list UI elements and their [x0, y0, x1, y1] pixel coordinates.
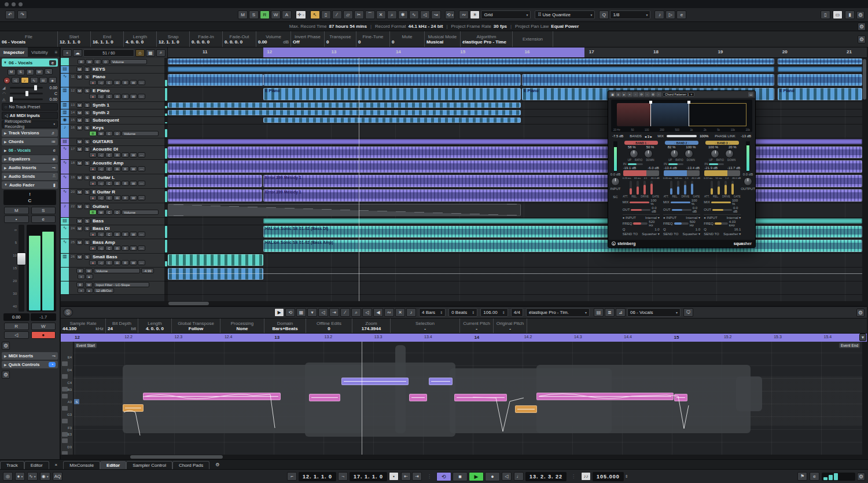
- monitor-icon[interactable]: ◁: [97, 94, 105, 99]
- goto-right-locator-icon[interactable]: ¬: [338, 472, 348, 481]
- track-mute-button[interactable]: M: [76, 189, 83, 195]
- toolbar-right-icon-1[interactable]: ▷: [665, 10, 675, 19]
- monitor-icon[interactable]: ◁: [97, 166, 105, 171]
- track-lane[interactable]: [168, 218, 862, 225]
- editor-info-offline-edits[interactable]: Offline Edits0: [306, 319, 352, 333]
- auto-quantize-button[interactable]: AQ: [53, 472, 63, 481]
- inspector-section-track-versions[interactable]: ▶Track Versions♬: [2, 129, 58, 137]
- freeze-icon[interactable]: ⊟: [113, 94, 121, 99]
- listen-button[interactable]: •: [4, 215, 29, 223]
- spectrum-display[interactable]: 20 Hz501002005001k2k5k10k20k: [611, 100, 752, 132]
- mini-fader[interactable]: [691, 181, 693, 195]
- track-mute-button[interactable]: M: [76, 160, 83, 166]
- sc-freq-slider[interactable]: [633, 222, 648, 225]
- lower-zone-toggle[interactable]: ▭: [833, 10, 843, 19]
- autoscroll-icon[interactable]: ⇥: [329, 308, 339, 317]
- track-lane[interactable]: [168, 58, 862, 66]
- threshold-slider[interactable]: [704, 170, 740, 176]
- vertical-scrollbar-thumb[interactable]: [863, 59, 866, 100]
- mini-fader[interactable]: [643, 181, 646, 195]
- more-icon[interactable]: ⋯: [138, 232, 145, 237]
- solo-editor-button[interactable]: Ⓢ: [63, 308, 73, 317]
- track-row-acoustic-di[interactable]: ∿17MSAcoustic DI●◁C⊟RW⋯: [61, 146, 164, 160]
- editor-mode-arrow-icon[interactable]: ▾: [307, 308, 317, 317]
- threshold-slider[interactable]: [664, 170, 700, 176]
- freeze-icon[interactable]: ⊟: [113, 246, 121, 251]
- more-icon[interactable]: ⋯: [138, 152, 145, 158]
- mini-fader[interactable]: [684, 181, 686, 195]
- toolbar-setup-gear-icon[interactable]: ⚙: [856, 11, 865, 19]
- automation-parameter-pill[interactable]: Volume: [122, 131, 159, 136]
- up-knob[interactable]: [711, 149, 719, 158]
- open-icon[interactable]: O: [113, 210, 121, 215]
- read-icon[interactable]: R: [122, 181, 129, 186]
- draw-icon[interactable]: ∕: [340, 308, 350, 317]
- more-icon[interactable]: ⋯: [138, 80, 145, 85]
- tab-sampler-control[interactable]: Sampler Control: [126, 461, 172, 470]
- clip[interactable]: [168, 147, 862, 158]
- track-solo-button[interactable]: S: [84, 88, 90, 93]
- read-icon[interactable]: R: [76, 268, 84, 273]
- tab-chord-pads[interactable]: Chord Pads: [172, 461, 209, 470]
- editor-track-select[interactable]: 06 - Vocals▾: [627, 308, 681, 317]
- mini-fader[interactable]: [650, 181, 653, 195]
- freeze-icon[interactable]: ⊟: [113, 181, 121, 186]
- tab-mixconsole[interactable]: MixConsole: [63, 461, 100, 470]
- track-mute-button[interactable]: M: [76, 110, 83, 115]
- track-solo-button[interactable]: S: [84, 74, 90, 79]
- track-mute-button[interactable]: M: [76, 226, 83, 231]
- global-s-button[interactable]: S: [249, 10, 259, 19]
- plugin-titlebar-icon-8[interactable]: ◦: [656, 92, 661, 97]
- automation-parameter-pill[interactable]: Volume: [94, 268, 140, 273]
- inspector-∿-button[interactable]: ∿: [45, 68, 53, 75]
- inspector-section-audio-fader[interactable]: ▼Audio Fader▮: [2, 181, 58, 189]
- channel-icon[interactable]: C: [105, 152, 113, 158]
- more-icon[interactable]: ⋯: [138, 195, 145, 200]
- editor-info-length[interactable]: Length4. 0. 0. 0: [138, 319, 172, 333]
- clip[interactable]: [168, 282, 862, 293]
- goto-left-locator-icon[interactable]: ⌐: [287, 472, 297, 481]
- glue-tool[interactable]: ⌒: [365, 10, 375, 19]
- info-cell-fine-tune[interactable]: Fine-Tune0: [356, 31, 390, 47]
- track-solo-button[interactable]: S: [84, 254, 90, 259]
- comp-tool[interactable]: ✱: [398, 10, 408, 19]
- audition-play-icon[interactable]: ▶: [274, 308, 284, 317]
- inspector-track-header[interactable]: ▼ 06 - Vocals e: [2, 58, 58, 67]
- track-solo-button[interactable]: S: [84, 160, 90, 166]
- freeze-icon[interactable]: ⊟: [113, 166, 121, 171]
- mute-button[interactable]: M: [4, 207, 29, 214]
- snap-type-icon[interactable]: ✳: [470, 10, 480, 19]
- monitor-icon[interactable]: ◁: [12, 77, 20, 83]
- inspector-r-button[interactable]: R: [26, 69, 34, 75]
- info-cell-extension[interactable]: Extension: [513, 31, 553, 47]
- automation-parameter-pill[interactable]: Volume: [122, 210, 159, 215]
- clip[interactable]: [168, 103, 521, 108]
- inspector-setup-gear-icon[interactable]: ⚙: [2, 342, 10, 350]
- monitor-icon[interactable]: ◁: [97, 152, 105, 158]
- mix-slider[interactable]: [711, 202, 731, 203]
- write-icon[interactable]: W: [85, 268, 93, 273]
- read-icon[interactable]: R: [122, 166, 129, 171]
- mix-slider[interactable]: [667, 135, 697, 137]
- inspector-section-06-vocals[interactable]: ▶06 - Vocalse: [2, 147, 58, 154]
- plugin-titlebar-icon-5[interactable]: ⟳: [639, 92, 644, 97]
- mini-fader[interactable]: [711, 181, 713, 195]
- quantize-preset-select[interactable]: 1/8▾: [610, 10, 650, 19]
- more-icon[interactable]: ⋯: [138, 94, 145, 99]
- down-knob[interactable]: [644, 149, 653, 158]
- output-knob[interactable]: [744, 177, 752, 186]
- band-header[interactable]: ◦BAND 3◦: [705, 141, 739, 145]
- play-button[interactable]: ▶: [469, 472, 484, 481]
- record-enable-icon[interactable]: ●: [89, 232, 97, 237]
- threshold-slider[interactable]: [623, 170, 659, 176]
- record-enable-icon[interactable]: ●: [3, 77, 10, 84]
- left-locator[interactable]: 12. 1. 1. 0: [299, 472, 336, 481]
- track-mute-button[interactable]: M: [76, 204, 83, 209]
- crossover1-handle[interactable]: [649, 101, 652, 104]
- editor-info-bit-depth[interactable]: Bit Depth24bit: [106, 319, 138, 333]
- record-enable-icon[interactable]: ●: [89, 166, 97, 171]
- zoom-icon[interactable]: ⌕: [351, 308, 361, 317]
- track-lane[interactable]: HALion Sonic SE 01-02 (Bass Amp): [168, 239, 862, 254]
- cycle-button[interactable]: ⟲: [436, 472, 451, 481]
- snap-icon[interactable]: ∾: [384, 308, 394, 317]
